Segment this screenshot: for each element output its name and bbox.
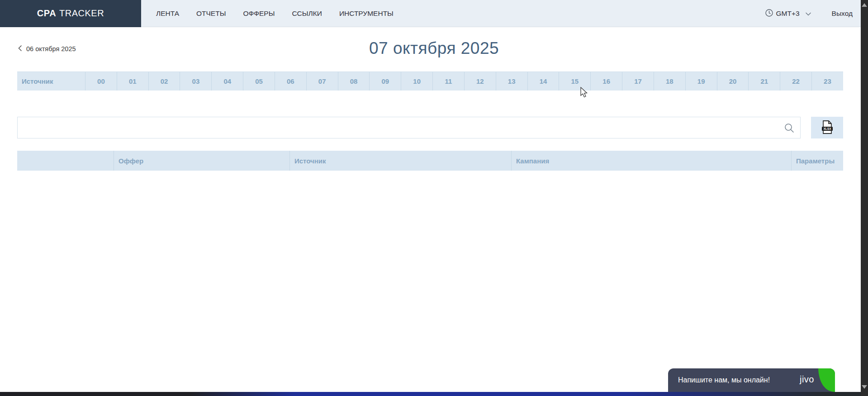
xlsx-file-icon: XLSX (821, 120, 834, 136)
svg-text:XLSX: XLSX (823, 127, 831, 130)
hour-header-22: 22 (780, 72, 811, 91)
logo-bold: CPA (37, 8, 56, 19)
prev-date-link[interactable]: 06 октября 2025 (18, 45, 76, 52)
nav-item-lenta[interactable]: ЛЕНТА (156, 10, 179, 18)
logo[interactable]: CPA TRACKER (0, 0, 141, 27)
search-row: XLSX (17, 117, 843, 138)
chevron-down-icon (806, 10, 811, 18)
logo-light: TRACKER (59, 8, 104, 19)
search-icon[interactable] (784, 123, 795, 135)
hour-header-11: 11 (432, 72, 464, 91)
hour-header-09: 09 (369, 72, 401, 91)
hour-header-13: 13 (496, 72, 527, 91)
search-input[interactable] (18, 117, 800, 138)
search-box (17, 117, 801, 138)
hour-header-16: 16 (590, 72, 622, 91)
chat-message: Напишите нам, мы онлайн! (678, 376, 770, 384)
vertical-scrollbar[interactable] (861, 0, 868, 396)
timezone-select[interactable]: GMT+3 (765, 9, 811, 19)
column-header-empty (17, 151, 114, 171)
column-header-4: Параметры (791, 151, 843, 171)
scroll-down-arrow-icon[interactable] (862, 385, 867, 389)
hour-header-15: 15 (559, 72, 590, 91)
chat-widget[interactable]: Напишите нам, мы онлайн! jivo (668, 368, 835, 392)
column-header-3: Кампания (511, 151, 791, 171)
jivo-leaf-icon (818, 368, 835, 392)
logout-button[interactable]: Выход (832, 10, 853, 18)
jivo-logo: jivo (800, 374, 814, 385)
hour-header-06: 06 (275, 72, 306, 91)
hour-header-02: 02 (148, 72, 180, 91)
hour-header-00: 00 (85, 72, 117, 91)
hour-header-17: 17 (622, 72, 654, 91)
prev-date-label: 06 октября 2025 (26, 45, 76, 52)
scroll-up-arrow-icon[interactable] (862, 3, 867, 7)
hour-header-21: 21 (748, 72, 780, 91)
hour-header-14: 14 (527, 72, 559, 91)
hours-header-row: Источник 0001020304050607080910111213141… (17, 72, 843, 91)
nav-item-instrumenty[interactable]: ИНСТРУМЕНТЫ (339, 10, 394, 18)
hours-source-header: Источник (17, 72, 85, 91)
hour-header-08: 08 (338, 72, 370, 91)
clock-icon (765, 9, 773, 19)
data-table-header: ОфферИсточникКампанияПараметры (17, 151, 843, 171)
top-right-group: GMT+3 Выход (765, 0, 853, 27)
hour-header-20: 20 (717, 72, 749, 91)
chevron-left-icon (18, 45, 22, 52)
date-section: 06 октября 2025 07 октября 2025 (0, 27, 868, 72)
nav-item-offery[interactable]: ОФФЕРЫ (243, 10, 275, 18)
hour-header-03: 03 (180, 72, 211, 91)
column-header-1: Оффер (114, 151, 289, 171)
timezone-label: GMT+3 (776, 10, 800, 18)
hour-header-19: 19 (685, 72, 717, 91)
hour-header-07: 07 (306, 72, 338, 91)
main-nav: ЛЕНТА ОТЧЕТЫ ОФФЕРЫ ССЫЛКИ ИНСТРУМЕНТЫ (156, 10, 394, 18)
column-header-2: Источник (289, 151, 511, 171)
top-bar: CPA TRACKER ЛЕНТА ОТЧЕТЫ ОФФЕРЫ ССЫЛКИ И… (0, 0, 868, 27)
bottom-edge-band (0, 392, 868, 396)
nav-item-ssylki[interactable]: ССЫЛКИ (292, 10, 322, 18)
nav-item-otchety[interactable]: ОТЧЕТЫ (196, 10, 226, 18)
hour-header-01: 01 (117, 72, 148, 91)
hour-header-23: 23 (811, 72, 843, 91)
page-title: 07 октября 2025 (0, 27, 868, 58)
hour-header-18: 18 (654, 72, 685, 91)
hour-header-04: 04 (211, 72, 243, 91)
export-xlsx-button[interactable]: XLSX (811, 117, 843, 138)
hour-header-05: 05 (243, 72, 275, 91)
hour-header-12: 12 (464, 72, 496, 91)
hour-header-10: 10 (401, 72, 432, 91)
